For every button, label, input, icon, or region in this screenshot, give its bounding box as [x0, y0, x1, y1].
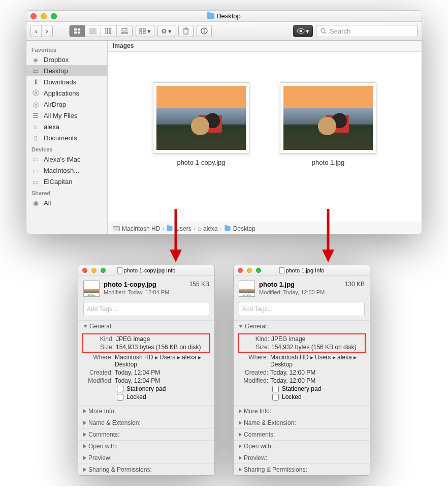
sidebar-item-imac[interactable]: ▭Alexa's iMac — [26, 153, 107, 165]
trash-button[interactable] — [178, 25, 194, 37]
section-more-info[interactable]: More Info: — [78, 405, 214, 417]
search-placeholder: Search — [330, 27, 350, 35]
dropbox-icon: ◈ — [31, 55, 40, 64]
disclosure-triangle-icon — [239, 456, 242, 460]
sidebar-item-all-my-files[interactable]: ☰All My Files — [26, 110, 107, 121]
downloads-icon: ⬇ — [31, 78, 40, 86]
folder-icon — [225, 226, 230, 231]
eye-icon — [297, 28, 305, 34]
tags-field[interactable]: Add Tags... — [239, 302, 365, 316]
section-comments[interactable]: Comments: — [78, 428, 214, 440]
annotation-arrows — [26, 234, 422, 265]
sidebar-item-airdrop[interactable]: ◎AirDrop — [26, 99, 107, 110]
info-icon — [201, 27, 208, 35]
section-name-extension[interactable]: Name & Extension: — [78, 417, 214, 428]
arrange-button[interactable]: ▾ — [136, 25, 154, 37]
section-general[interactable]: General: — [234, 320, 370, 332]
window-title: Desktop — [216, 12, 241, 20]
info-title: photo 1.jpg Info — [286, 267, 325, 273]
content-header: Images — [108, 41, 422, 52]
tags-field[interactable]: Add Tags... — [83, 302, 209, 316]
disclosure-triangle-icon — [83, 421, 86, 425]
section-sharing[interactable]: Sharing & Permissions: — [78, 464, 214, 475]
info-size: 154,932 bytes (156 KB on disk) — [271, 344, 364, 351]
sidebar-item-macintosh-hd[interactable]: ▭Macintosh... — [26, 165, 107, 176]
stationery-checkbox[interactable] — [117, 386, 123, 392]
file-item[interactable]: photo 1.jpg — [280, 82, 376, 166]
sidebar-item-applications[interactable]: ⒶApplications — [26, 87, 107, 99]
file-item[interactable]: photo 1-copy.jpg — [153, 82, 249, 166]
section-more-info[interactable]: More Info: — [234, 405, 370, 417]
svg-rect-13 — [140, 28, 142, 30]
sidebar-item-elcapitan[interactable]: ▭ElCapitan — [26, 176, 107, 187]
svg-rect-3 — [78, 32, 80, 34]
file-icon — [117, 267, 122, 273]
disclosure-triangle-icon — [239, 433, 242, 437]
all-files-icon: ☰ — [31, 111, 40, 119]
action-button[interactable]: ⚙▾ — [157, 25, 175, 37]
svg-marker-30 — [322, 250, 334, 262]
info-modified-detail: Today, 12:04 PM — [115, 377, 209, 384]
share-button[interactable]: ▾ — [293, 25, 313, 37]
info-kind: JPEG image — [116, 335, 208, 343]
locked-checkbox[interactable] — [117, 394, 123, 400]
info-button[interactable] — [197, 25, 212, 37]
disclosure-triangle-icon — [239, 468, 242, 472]
list-view-button[interactable] — [85, 25, 101, 37]
folder-icon — [207, 13, 214, 19]
sidebar-group-devices: Devices — [26, 143, 107, 153]
disclosure-triangle-icon — [239, 325, 243, 328]
coverflow-view-button[interactable] — [117, 25, 132, 37]
disclosure-triangle-icon — [83, 468, 86, 472]
info-window: photo 1.jpg Info JPEG photo 1.jpg Modifi… — [233, 265, 370, 476]
titlebar: photo 1-copy.jpg Info — [78, 265, 214, 275]
svg-rect-2 — [74, 32, 77, 34]
back-button[interactable]: ‹ — [31, 25, 42, 37]
info-title: photo 1-copy.jpg Info — [124, 267, 176, 273]
locked-checkbox[interactable] — [272, 394, 279, 400]
thumbnail: JPEG — [83, 281, 100, 297]
info-where: Macintosh HD ▸ Users ▸ alexa ▸ Desktop — [270, 354, 365, 368]
section-sharing[interactable]: Sharing & Permissions: — [234, 464, 370, 475]
sidebar-item-documents[interactable]: ▯Documents — [26, 132, 107, 143]
section-name-extension[interactable]: Name & Extension: — [234, 417, 370, 428]
stationery-checkbox[interactable] — [272, 386, 279, 392]
info-created: Today, 12:04 PM — [115, 369, 209, 376]
section-open-with[interactable]: Open with: — [234, 440, 370, 452]
disclosure-triangle-icon — [83, 444, 86, 448]
disk-icon: ▭ — [31, 177, 40, 186]
sidebar-item-all[interactable]: ◉All — [26, 197, 107, 208]
section-open-with[interactable]: Open with: — [78, 440, 214, 452]
info-size: 154,933 bytes (156 KB on disk) — [116, 344, 208, 351]
section-preview[interactable]: Preview: — [78, 452, 214, 464]
sidebar-item-alexa[interactable]: ⌂alexa — [26, 121, 107, 132]
arrow-icon — [168, 209, 183, 265]
sidebar-item-downloads[interactable]: ⬇Downloads — [26, 76, 107, 87]
column-view-button[interactable] — [101, 25, 117, 37]
icon-view-button[interactable] — [70, 25, 85, 37]
view-buttons[interactable] — [69, 25, 133, 37]
svg-rect-7 — [105, 28, 107, 34]
sidebar-item-dropbox[interactable]: ◈Dropbox — [26, 54, 107, 65]
section-preview[interactable]: Preview: — [234, 452, 370, 464]
nav-buttons[interactable]: ‹ › — [30, 25, 53, 37]
svg-rect-10 — [122, 28, 127, 31]
svg-rect-17 — [184, 29, 188, 34]
main-content: Images photo 1-copy.jpg photo 1.jpg Maci… — [108, 41, 422, 234]
svg-marker-28 — [170, 250, 182, 262]
search-field[interactable]: Search — [316, 25, 418, 37]
search-icon — [321, 28, 327, 34]
sidebar-group-favorites: Favorites — [26, 44, 107, 54]
sidebar-item-desktop[interactable]: ▭Desktop — [26, 65, 107, 76]
file-label: photo 1.jpg — [312, 159, 344, 166]
section-comments[interactable]: Comments: — [234, 428, 370, 440]
toolbar: ‹ › ▾ ⚙▾ ▾ Search — [26, 22, 422, 41]
path-bar[interactable]: Macintosh HD› Users› ⌂ alexa› Desktop — [108, 223, 422, 234]
section-general[interactable]: General: — [78, 320, 214, 332]
thumbnail — [153, 82, 249, 153]
info-size-short: 155 KB — [189, 281, 209, 288]
forward-button[interactable]: › — [42, 25, 52, 37]
finder-window: Desktop ‹ › ▾ ⚙▾ ▾ Search Favorites ◈Dro… — [26, 10, 422, 234]
disclosure-triangle-icon — [83, 456, 86, 460]
info-where: Macintosh HD ▸ Users ▸ alexa ▸ Desktop — [115, 354, 209, 368]
